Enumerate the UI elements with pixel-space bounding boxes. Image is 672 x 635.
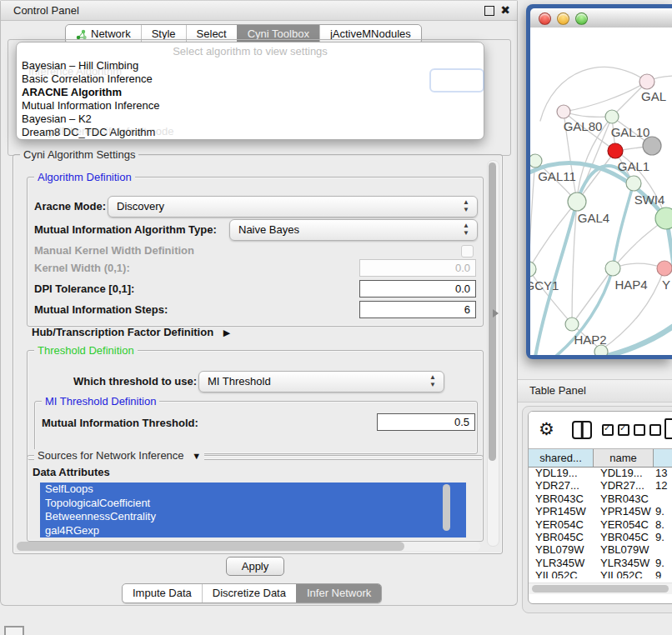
zoom-light-icon[interactable] [575,12,588,25]
float-icon[interactable] [484,6,494,16]
network-node-label: GAL1 [618,159,649,173]
document-icon[interactable] [664,418,672,439]
column-header-name[interactable]: name [594,449,654,467]
network-node-label: HAP4 [614,278,647,292]
aracne-mode-combo[interactable]: Discovery ▲▼ [108,196,478,218]
table-cell: YBR043C [529,492,594,505]
bottom-tab-infer-network[interactable]: Infer Network [296,584,381,602]
network-node-label: GAL [641,89,666,103]
table-horizontal-scrollbar[interactable] [529,582,672,594]
table-row[interactable]: YIL052CYIL052C9 [529,569,672,578]
attribute-item-gal4rgexp[interactable]: gal4RGexp [40,524,466,538]
attribute-item-betweennesscentrality[interactable]: BetweennessCentrality [40,510,466,524]
network-node-hap2[interactable] [565,318,579,331]
table-row[interactable]: YDR27...YDR27...12 [529,479,672,492]
close-icon[interactable]: ✖ [500,1,510,20]
column-header-partial[interactable] [654,449,672,467]
network-node-label: Y [662,278,670,292]
network-canvas[interactable]: GALGAL80GAL10GAL1GAL11SWI4GAL4GCY1HAP4YH… [530,28,672,355]
network-node-gcy1[interactable] [530,262,536,277]
manual-kernel-width-label: Manual Kernel Width Definition [34,244,194,258]
network-node-gal1[interactable] [608,143,623,158]
attributes-scrollbar[interactable] [443,484,450,531]
algorithm-definition-title: Algorithm Definition [34,171,135,183]
minimize-light-icon[interactable] [557,12,569,25]
algorithm-dropdown-placeholder: Select algorithm to view settings [17,45,484,58]
settings-vertical-scrollbar[interactable] [487,160,499,547]
mi-steps-field[interactable]: 6 [359,301,476,318]
stepper-icon: ▲▼ [429,373,437,388]
table-row[interactable]: YER054CYER054C8. [529,518,672,531]
network-node-label: GAL10 [611,125,650,139]
table-row[interactable]: YBR045CYBR045C9. [529,531,672,543]
sources-title-text: Sources for Network Inference [38,449,184,462]
algorithm-option-bayesian-hill-climbing[interactable]: Bayesian – Hill Climbing [20,59,480,72]
network-node[interactable] [594,345,608,355]
network-node-swi4[interactable] [626,176,641,191]
table-panel-titlebar: Table Panel [518,379,672,402]
table-horizontal-scrollbar-thumb[interactable] [532,585,669,592]
ghost-table-combo-label: galFiltered.sif default node [47,125,173,138]
dpi-tolerance-field[interactable]: 0.0 [359,280,476,298]
gear-icon[interactable]: ⚙ [539,418,554,440]
algorithm-option-aracne-algorithm[interactable]: ARACNE Algorithm [20,86,480,99]
unchecked-columns-icon[interactable] [634,424,661,436]
close-light-icon[interactable] [539,12,551,25]
data-attributes-list[interactable]: SelfLoopsTopologicalCoefficientBetweenne… [40,482,466,538]
table-cell: YBR043C [594,492,654,505]
network-node-y[interactable] [657,261,672,276]
collapsed-panel-chip[interactable] [4,626,24,635]
mi-threshold-definition-title: MI Threshold Definition [42,395,159,408]
bottom-tab-impute-data[interactable]: Impute Data [123,584,202,602]
algorithm-option-mutual-information-inference[interactable]: Mutual Information Inference [20,99,480,112]
bottom-tab-discretize-data[interactable]: Discretize Data [202,584,296,602]
network-node[interactable] [655,208,672,229]
algorithm-option-bayesian-k2[interactable]: Bayesian – K2 [20,112,480,126]
settings-horizontal-scrollbar[interactable] [17,542,480,551]
kernel-width-label: Kernel Width (0,1): [34,261,130,276]
network-node-gal4[interactable] [568,192,586,211]
network-node-hap4[interactable] [605,261,620,276]
settings-horizontal-scrollbar-thumb[interactable] [17,542,404,551]
network-window-titlebar[interactable] [530,8,672,28]
which-threshold-combo[interactable]: MI Threshold ▲▼ [198,371,444,392]
mi-threshold-field[interactable]: 0.5 [377,413,475,431]
dpi-tolerance-label: DPI Tolerance [0,1]: [34,282,134,297]
hub-section-label[interactable]: Hub/Transcription Factor Definition ▶ [32,325,230,340]
hub-section-text: Hub/Transcription Factor Definition [32,326,213,338]
column-header-shared[interactable]: shared... [529,449,594,467]
manual-kernel-width-checkbox[interactable] [461,245,474,258]
mi-algorithm-type-combo[interactable]: Naive Bayes ▲▼ [229,219,478,241]
expand-right-icon[interactable]: ▶ [223,328,230,338]
table-row[interactable]: YBR043CYBR043C [529,492,672,505]
mi-threshold-label: Mutual Information Threshold: [42,413,198,432]
network-node[interactable] [643,137,661,155]
table-row[interactable]: YPR145WYPR145W9. [529,505,672,518]
table-cell: YPR145W [529,505,594,518]
table-cell: YBL079W [594,543,654,556]
table-row[interactable]: YDL19...YDL19...13 [529,467,672,479]
bottom-tab-label: Infer Network [307,584,371,602]
table-cell: YER054C [594,518,654,531]
checked-columns-icon[interactable] [602,424,629,436]
table-row[interactable]: YBL079WYBL079W [529,543,672,556]
network-node-gal80[interactable] [557,105,570,118]
network-node-gal[interactable] [639,74,654,89]
settings-group-title: Cyni Algorithm Settings [20,148,138,161]
table-cell: YBR045C [529,531,594,543]
table-cell [654,543,672,556]
table-row[interactable]: YLR345WYLR345W9. [529,557,672,569]
table-cell: YER054C [529,518,594,531]
algorithm-option-basic-correlation-inference[interactable]: Basic Correlation Inference [20,72,480,86]
table-cell: YLR345W [529,557,594,569]
table-cell [654,492,672,505]
network-node-gal11[interactable] [530,154,542,168]
attribute-item-selfloops[interactable]: SelfLoops [40,482,466,497]
attribute-item-topologicalcoefficient[interactable]: TopologicalCoefficient [40,497,466,511]
collapse-down-icon[interactable]: ▼ [192,451,201,461]
network-node-gal10[interactable] [605,110,619,123]
columns-icon[interactable] [572,421,592,439]
sources-title[interactable]: Sources for Network Inference ▼ [34,449,204,462]
apply-button[interactable]: Apply [226,557,284,576]
table-cell: YIL052C [529,569,594,578]
